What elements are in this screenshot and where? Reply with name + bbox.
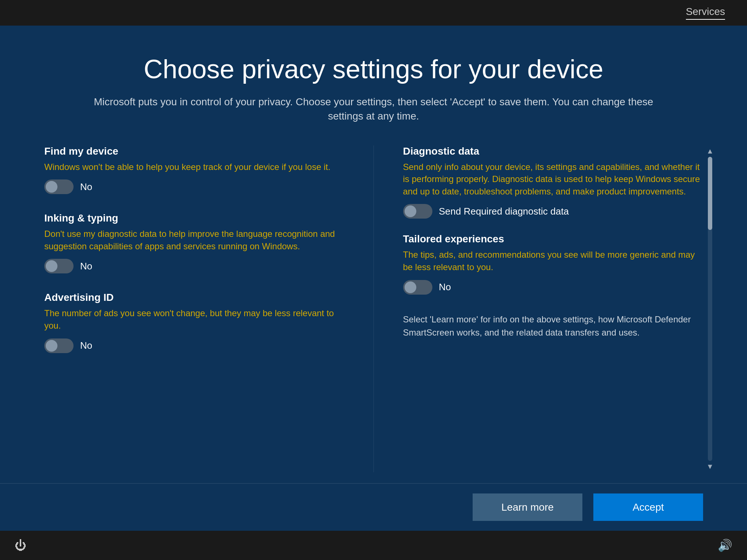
inking-typing-title: Inking & typing bbox=[44, 212, 344, 224]
find-my-device-toggle-label: No bbox=[80, 181, 92, 193]
setting-inking-typing: Inking & typing Don't use my diagnostic … bbox=[44, 212, 344, 273]
diagnostic-data-toggle[interactable] bbox=[403, 204, 432, 219]
accept-button[interactable]: Accept bbox=[593, 493, 703, 521]
inking-typing-toggle[interactable] bbox=[44, 259, 74, 273]
diagnostic-data-toggle-label: Send Required diagnostic data bbox=[439, 206, 569, 217]
setting-diagnostic-data: Diagnostic data Send only info about you… bbox=[403, 145, 703, 219]
learn-more-button[interactable]: Learn more bbox=[473, 493, 582, 521]
find-my-device-title: Find my device bbox=[44, 145, 344, 157]
setting-find-my-device: Find my device Windows won't be able to … bbox=[44, 145, 344, 194]
page-title: Choose privacy settings for your device bbox=[144, 55, 604, 84]
scrollbar-track[interactable] bbox=[708, 157, 712, 461]
inking-typing-toggle-row: No bbox=[44, 259, 344, 273]
tailored-experiences-desc: The tips, ads, and recommendations you s… bbox=[403, 249, 703, 273]
scroll-up-arrow[interactable]: ▲ bbox=[705, 145, 715, 157]
top-bar: Services bbox=[0, 0, 747, 26]
inking-typing-desc: Don't use my diagnostic data to help imp… bbox=[44, 228, 344, 252]
advertising-id-toggle-label: No bbox=[80, 340, 92, 351]
volume-icon[interactable]: 🔊 bbox=[718, 538, 732, 552]
setting-advertising-id: Advertising ID The number of ads you see… bbox=[44, 292, 344, 353]
advertising-id-toggle-row: No bbox=[44, 338, 344, 353]
taskbar-left: ⏻ bbox=[15, 539, 26, 552]
page-subtitle: Microsoft puts you in control of your pr… bbox=[81, 95, 666, 123]
taskbar-right: 🔊 bbox=[718, 538, 732, 552]
find-my-device-desc: Windows won't be able to help you keep t… bbox=[44, 161, 344, 173]
info-section: Select 'Learn more' for info on the abov… bbox=[403, 309, 703, 339]
right-column: Diagnostic data Send only info about you… bbox=[374, 145, 703, 472]
setting-tailored-experiences: Tailored experiences The tips, ads, and … bbox=[403, 233, 703, 294]
advertising-id-desc: The number of ads you see won't change, … bbox=[44, 307, 344, 332]
scrollbar-thumb[interactable] bbox=[708, 157, 712, 230]
tailored-experiences-toggle-label: No bbox=[439, 281, 451, 293]
diagnostic-data-title: Diagnostic data bbox=[403, 145, 703, 157]
settings-area: Find my device Windows won't be able to … bbox=[44, 145, 703, 472]
tailored-experiences-title: Tailored experiences bbox=[403, 233, 703, 245]
scrollbar[interactable]: ▲ ▼ bbox=[706, 145, 714, 472]
diagnostic-data-desc: Send only info about your device, its se… bbox=[403, 161, 703, 198]
diagnostic-data-toggle-row: Send Required diagnostic data bbox=[403, 204, 703, 219]
taskbar: ⏻ 🔊 bbox=[0, 531, 747, 560]
services-label: Services bbox=[686, 6, 725, 20]
find-my-device-toggle[interactable] bbox=[44, 179, 74, 194]
tailored-experiences-toggle-row: No bbox=[403, 280, 703, 295]
power-icon[interactable]: ⏻ bbox=[15, 539, 26, 552]
scroll-down-arrow[interactable]: ▼ bbox=[705, 461, 715, 472]
info-text: Select 'Learn more' for info on the abov… bbox=[403, 313, 703, 339]
advertising-id-title: Advertising ID bbox=[44, 292, 344, 303]
main-content: Choose privacy settings for your device … bbox=[0, 26, 747, 483]
advertising-id-toggle[interactable] bbox=[44, 338, 74, 353]
inking-typing-toggle-label: No bbox=[80, 261, 92, 272]
left-column: Find my device Windows won't be able to … bbox=[44, 145, 374, 472]
find-my-device-toggle-row: No bbox=[44, 179, 344, 194]
bottom-bar: Learn more Accept bbox=[0, 483, 747, 531]
tailored-experiences-toggle[interactable] bbox=[403, 280, 432, 295]
